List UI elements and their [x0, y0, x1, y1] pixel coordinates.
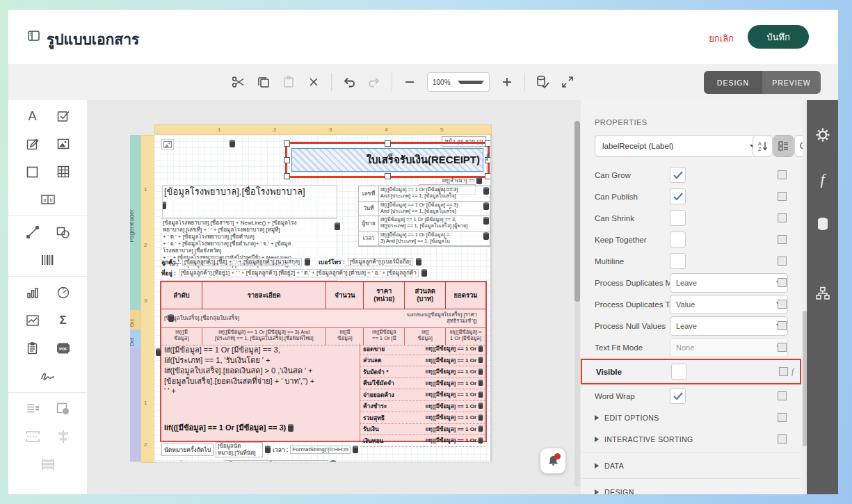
- property-checkbox[interactable]: [670, 231, 686, 247]
- sum-tool[interactable]: Σ: [51, 310, 76, 331]
- address-row[interactable]: ที่อยู่ : [ข้อมูลลูกค้า].[ที่อยู่1] + ' …: [161, 268, 488, 278]
- save-button[interactable]: บันทึก: [748, 25, 809, 49]
- clipboard-tool[interactable]: [20, 338, 45, 359]
- property-checkbox[interactable]: [671, 364, 687, 380]
- summary-row[interactable]: ส่วนลด Iif(([มีข้อมูล] == 1 Or: [360, 355, 485, 367]
- resize-handle[interactable]: [284, 173, 290, 179]
- element-selector[interactable]: labelReceipt (Label): [595, 135, 763, 157]
- copy-icon[interactable]: [256, 74, 271, 90]
- settings-tab[interactable]: [807, 120, 838, 150]
- resize-handle[interactable]: [385, 140, 391, 147]
- property-mini-checkbox[interactable]: [778, 192, 787, 201]
- property-mini-checkbox[interactable]: [778, 343, 787, 352]
- tab-design[interactable]: DESIGN: [704, 71, 762, 94]
- detail-cell[interactable]: Iif([ ข้อมูล]: [405, 328, 446, 345]
- summary-row[interactable]: จ่ายยอดค้าง Iif(([มีข้อมูล] == 1 Or: [360, 389, 485, 401]
- band-stack-tool[interactable]: [35, 454, 61, 475]
- barcode-tool[interactable]: [35, 250, 61, 270]
- functions-tab[interactable]: f: [807, 164, 838, 195]
- table-header-cell[interactable]: รายละเอียด: [202, 282, 327, 309]
- signature-tool[interactable]: [35, 366, 61, 387]
- property-checkbox[interactable]: [670, 188, 686, 204]
- validate-data-icon[interactable]: [535, 74, 550, 90]
- payment-cell[interactable]: Iif([มีข้อมูล] == 1 Or [มีข้อมูล] == 3, …: [161, 343, 360, 441]
- section-design[interactable]: DESIGN: [581, 481, 801, 494]
- summary-row[interactable]: เงินทอน Iif(([มีข้อมูล] == 1 Or: [360, 435, 485, 447]
- property-mini-checkbox[interactable]: [778, 413, 787, 422]
- paste-icon[interactable]: [281, 74, 296, 90]
- section-interactive-sorting[interactable]: INTERACTIVE SORTING: [581, 428, 801, 450]
- table-header-cell[interactable]: ลำดับ: [161, 282, 202, 309]
- document-field-row[interactable]: เวลา Iif(([มีข้อมูล] == 1 Or [มีข้อมูล] …: [359, 231, 490, 247]
- sort-az-button[interactable]: AZ: [753, 135, 773, 157]
- property-mini-checkbox[interactable]: [778, 321, 787, 330]
- band-groupheader[interactable]: Grc: [130, 310, 140, 330]
- property-mini-checkbox[interactable]: [778, 213, 787, 222]
- section-data[interactable]: DATA: [581, 455, 801, 476]
- cancel-button[interactable]: ยกเลิก: [709, 31, 734, 46]
- property-mini-checkbox[interactable]: [778, 257, 787, 266]
- detail-cell[interactable]: Iif([มีข้อมูล == 1 Or [มี: [364, 328, 405, 345]
- summary-row[interactable]: รวมสุทธิ Iif(([มีข้อมูล] == 1 Or: [360, 412, 485, 424]
- zoom-in-icon[interactable]: [499, 74, 515, 90]
- property-select[interactable]: Leave: [670, 273, 788, 293]
- category-view-button[interactable]: [773, 135, 794, 157]
- summary-row[interactable]: รับเงิน Iif(([มีข้อมูล] == 1 Or: [360, 424, 485, 436]
- property-checkbox[interactable]: [670, 210, 686, 226]
- table-header-cell[interactable]: ส่วนลด (บาท): [405, 282, 446, 309]
- table-tool[interactable]: [51, 161, 76, 182]
- document-field-row[interactable]: วันที่ Iif(([มีข้อมูล] == 1 Or [มีข้อมูล…: [359, 202, 490, 217]
- undo-icon[interactable]: [341, 74, 357, 90]
- scrollbar-thumb[interactable]: [574, 121, 580, 302]
- cut-icon[interactable]: [231, 74, 246, 90]
- customer-row[interactable]: ลูกค้า : [ข้อมูลลูกค้า].[ชื่อ] + ' ' + […: [161, 257, 488, 267]
- table-header-cell[interactable]: ราคา (หน่วย): [364, 282, 405, 309]
- checkbox-tool[interactable]: [51, 106, 76, 127]
- bold-expression[interactable]: Iif(([มีข้อมูล] == 1 Or [มีข้อมูล] == 3): [164, 421, 294, 434]
- property-checkbox[interactable]: [670, 253, 686, 269]
- canvas-scrollbar[interactable]: [574, 121, 580, 487]
- property-select[interactable]: None: [670, 338, 788, 357]
- hospital-name-label[interactable]: [ข้อมูลโรงพยาบาล].[ชื่อโรงพยาบาล]: [162, 185, 337, 218]
- band-footer[interactable]: [130, 348, 140, 462]
- group-row[interactable]: [ข้อมูลใบเสร็จ].[ชื่อกลุ่มใบเสร็จ] sumSu…: [161, 309, 485, 328]
- section-edit-options[interactable]: EDIT OPTIONS: [581, 407, 801, 428]
- fullscreen-icon[interactable]: [560, 74, 575, 90]
- property-mini-checkbox[interactable]: [779, 367, 788, 376]
- sparkline-tool[interactable]: [20, 310, 45, 331]
- band-detail[interactable]: Det: [130, 330, 140, 348]
- delete-icon[interactable]: [306, 74, 321, 90]
- list-tool[interactable]: [20, 398, 45, 419]
- property-select[interactable]: Leave: [670, 316, 788, 336]
- receipt-title-label[interactable]: ใบเสร็จรับเงิน(RECEIPT): [291, 148, 483, 172]
- detail-cell[interactable]: Iif(([มีข้อมูล] == 1 Or [มีข้อมูล] == 3)…: [202, 328, 327, 345]
- summary-row[interactable]: คืน/ใช้มัดจำ Iif(([มีข้อมูล] == 1 Or: [360, 378, 485, 390]
- shape-tool[interactable]: [51, 222, 76, 243]
- resize-handle[interactable]: [385, 173, 391, 179]
- appointment-row[interactable]: นัดหมายครั้งถัดไป [ข้อมูลนัด หมาย].[วันท…: [161, 442, 358, 457]
- band-tool[interactable]: [20, 426, 45, 447]
- table-header-cell[interactable]: จำนวน: [326, 282, 364, 309]
- appointment-reason-row[interactable]: สาเหตุที่นัด : [ข้อมูลนัดหมาย].[ชื่อประเ…: [161, 459, 336, 462]
- items-table[interactable]: ลำดับรายละเอียดจำนวนราคา (หน่วย)ส่วนลด (…: [160, 281, 487, 442]
- property-checkbox[interactable]: [670, 167, 686, 183]
- notification-bell-button[interactable]: [540, 448, 565, 473]
- property-checkbox[interactable]: [670, 388, 686, 404]
- rich-text-tool[interactable]: [20, 133, 45, 154]
- property-mini-checkbox[interactable]: [778, 391, 787, 400]
- detail-cell[interactable]: Iif(([มี ข้อมูล]: [161, 328, 202, 345]
- text-tool[interactable]: A: [20, 106, 45, 127]
- image-placeholder[interactable]: [161, 139, 174, 150]
- table-header-cell[interactable]: ยอดรวม: [446, 282, 485, 309]
- band-pageheader[interactable]: PageHeader: [130, 135, 140, 310]
- zoom-select[interactable]: 100%: [427, 72, 490, 92]
- property-select[interactable]: Value: [670, 295, 788, 314]
- redo-icon[interactable]: [367, 74, 382, 90]
- bar-chart-tool[interactable]: [20, 282, 45, 303]
- property-mini-checkbox[interactable]: [778, 170, 787, 179]
- property-mini-checkbox[interactable]: [778, 278, 787, 287]
- property-mini-checkbox[interactable]: [778, 300, 787, 309]
- document-field-row[interactable]: เลขที่ Iif(([มีข้อมูล] == 1 Or [มีข้อมูล…: [359, 186, 490, 202]
- summary-row[interactable]: รับมัดจำ * Iif(([มีข้อมูล] == 1 Or: [360, 366, 485, 378]
- summary-row[interactable]: ค้างชำระ Iif(([มีข้อมูล] == 1 Or: [360, 401, 485, 413]
